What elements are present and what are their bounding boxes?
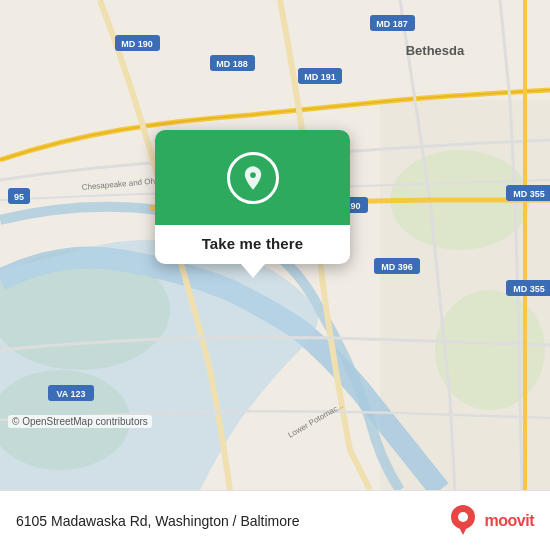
location-popup: Take me there: [155, 130, 350, 264]
location-pin-icon: [239, 164, 267, 192]
attribution-text: © OpenStreetMap contributors: [12, 416, 148, 427]
address-label: 6105 Madawaska Rd, Washington / Baltimor…: [16, 513, 300, 529]
svg-text:MD 190: MD 190: [121, 39, 153, 49]
svg-point-33: [458, 512, 468, 522]
moovit-brand-icon: [445, 503, 481, 539]
pin-icon-wrapper: [227, 152, 279, 204]
svg-text:MD 187: MD 187: [376, 19, 408, 29]
take-me-there-button[interactable]: Take me there: [202, 235, 304, 252]
svg-text:Bethesda: Bethesda: [406, 43, 465, 58]
svg-text:MD 355: MD 355: [513, 284, 545, 294]
moovit-logo: moovit: [445, 503, 534, 539]
svg-text:MD 355: MD 355: [513, 189, 545, 199]
svg-text:95: 95: [14, 192, 24, 202]
popup-header: [155, 130, 350, 225]
map-container: MD 190 MD 187 MD 188 MD 191 190 MD 396 M…: [0, 0, 550, 490]
svg-text:MD 396: MD 396: [381, 262, 413, 272]
moovit-label-text: moovit: [485, 512, 534, 530]
svg-point-30: [250, 172, 256, 178]
svg-text:VA 123: VA 123: [56, 389, 85, 399]
svg-text:MD 191: MD 191: [304, 72, 336, 82]
map-attribution: © OpenStreetMap contributors: [8, 415, 152, 428]
svg-marker-32: [457, 523, 469, 535]
bottom-bar: 6105 Madawaska Rd, Washington / Baltimor…: [0, 490, 550, 550]
svg-text:MD 188: MD 188: [216, 59, 248, 69]
svg-point-5: [435, 290, 545, 410]
